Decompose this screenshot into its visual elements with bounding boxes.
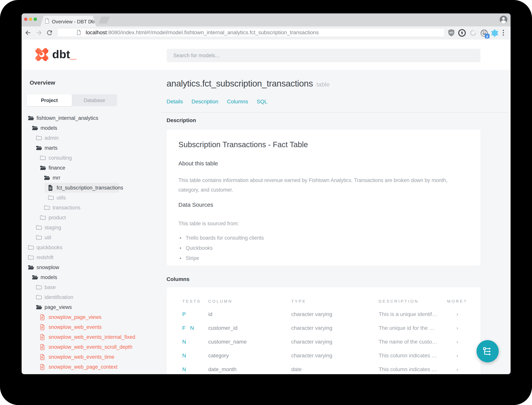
search-input[interactable] [167, 49, 480, 62]
url-text: localhost:8080/index.html#!/model/model.… [86, 28, 319, 37]
tree-item-snowplow_web_page_context[interactable]: snowplow_web_page_context [22, 362, 156, 372]
tree-item-quickbooks[interactable]: quickbooks [22, 243, 156, 252]
tree-item-finance[interactable]: finance [22, 163, 156, 173]
tree-item-label: page_views [45, 302, 72, 312]
tree-item-snowplow_web_events_internal_fixed[interactable]: snowplow_web_events_internal_fixed [22, 332, 156, 342]
tree-item-snowplow_web_events_scroll_depth[interactable]: snowplow_web_events_scroll_depth [22, 342, 156, 352]
back-button[interactable] [24, 29, 32, 37]
profile-avatar-icon[interactable] [499, 15, 508, 25]
tree-item-fishtown_internal_analytics[interactable]: fishtown_internal_analytics [22, 113, 156, 123]
column-row-id: Pidcharacter varyingThis is a unique ide… [167, 307, 480, 321]
tree-item-label: product [49, 213, 66, 223]
tree-item-admin[interactable]: admin [22, 133, 156, 143]
folder-open-icon [44, 175, 50, 181]
expand-row-chevron-icon[interactable]: › [456, 349, 458, 363]
folder-closed-icon [36, 294, 42, 301]
snowflake-extension-icon[interactable] [490, 29, 499, 38]
folder-closed-icon [36, 135, 42, 142]
column-type: character varying [291, 307, 332, 321]
window-minimize-button[interactable] [29, 18, 32, 21]
sidebar-view-toggle: Project Database [27, 94, 117, 106]
column-row-customer_name: Ncustomer_namecharacter varyingThe name … [167, 335, 480, 349]
column-type: character varying [291, 321, 332, 335]
address-bar[interactable]: localhost:8080/index.html#!/model/model.… [57, 28, 445, 37]
folder-open-icon [32, 125, 38, 131]
tree-item-util[interactable]: util [22, 233, 156, 243]
tree-item-product[interactable]: product [22, 213, 156, 223]
swirl-extension-icon[interactable] [469, 29, 477, 38]
column-name: id [208, 307, 212, 321]
toggle-tab-database[interactable]: Database [72, 94, 117, 106]
folder-closed-icon [48, 195, 54, 201]
model-nav-link-sql[interactable]: SQL [257, 99, 267, 105]
tree-item-snowplow_web_events_time[interactable]: snowplow_web_events_time [22, 352, 156, 362]
expand-row-chevron-icon[interactable]: › [456, 363, 458, 374]
column-header-column: COLUMN [208, 299, 233, 304]
tree-item-label: fct_subscription_transactions [57, 183, 123, 193]
model-nav-link-description[interactable]: Description [192, 99, 218, 105]
column-header-type: TYPE [291, 299, 306, 304]
tree-item-base[interactable]: base [22, 282, 156, 292]
tree-item-label: quickbooks [37, 243, 62, 252]
tree-item-models[interactable]: models [22, 272, 156, 282]
tree-item-models[interactable]: models [22, 123, 156, 133]
sources-intro: This table is sourced from: [178, 219, 239, 228]
test-badges: N [182, 363, 188, 374]
tree-item-consulting[interactable]: consulting [22, 153, 156, 163]
browser-menu-icon[interactable] [502, 29, 505, 38]
close-tab-icon[interactable]: × [90, 17, 93, 25]
tree-item-page_views[interactable]: page_views [22, 302, 156, 312]
model-nav-link-columns[interactable]: Columns [227, 99, 248, 105]
description-card: Subscription Transactions - Fact Table A… [167, 130, 480, 266]
tree-item-mrr[interactable]: mrr [22, 173, 156, 183]
model-nav-link-details[interactable]: Details [167, 99, 183, 105]
tree-item-redshift[interactable]: redshift [22, 252, 156, 263]
new-tab-button[interactable] [99, 17, 110, 24]
model-file-error-icon [40, 354, 45, 361]
tree-item-staging[interactable]: staging [22, 223, 156, 233]
folder-closed-icon [28, 245, 34, 251]
ublock-extension-icon[interactable]: uO [447, 29, 455, 38]
column-header-more: MORE? [447, 299, 467, 304]
lineage-graph-fab[interactable] [477, 340, 499, 362]
test-badges: F N [182, 321, 196, 335]
tree-item-snowplow_web_events[interactable]: snowplow_web_events [22, 322, 156, 332]
dbt-logo-icon[interactable] [33, 46, 50, 64]
reload-button[interactable] [46, 29, 53, 37]
tree-item-label: marts [45, 143, 58, 153]
tree-item-snowplow[interactable]: snowplow [22, 263, 156, 272]
toggle-tab-project[interactable]: Project [27, 94, 72, 106]
tree-item-label: models [40, 272, 57, 282]
folder-open-icon [40, 165, 46, 171]
source-list-item: Trello boards for consulting clients [178, 233, 264, 243]
tree-item-utils[interactable]: utils [22, 193, 156, 203]
onepassword-extension-icon[interactable] [458, 29, 466, 38]
column-name: date_month [208, 363, 236, 374]
column-description: The unique id for the … [379, 321, 435, 335]
about-text: This table contains information about re… [178, 176, 458, 195]
power-extension-icon[interactable]: x [479, 29, 491, 40]
folder-closed-icon [44, 205, 50, 211]
column-name: customer_id [208, 321, 237, 335]
window-zoom-button[interactable] [34, 18, 37, 21]
folder-open-icon [36, 304, 42, 311]
browser-tab[interactable]: Overview - DBT Docs × [40, 16, 96, 27]
test-badges: N [182, 349, 188, 363]
tree-item-label: finance [49, 163, 65, 173]
folder-closed-icon [40, 155, 46, 161]
expand-row-chevron-icon[interactable]: › [456, 321, 458, 335]
forward-button[interactable] [35, 29, 43, 37]
tree-item-marts[interactable]: marts [22, 143, 156, 153]
folder-open-icon [28, 264, 34, 271]
expand-row-chevron-icon[interactable]: › [456, 335, 458, 349]
tree-item-snowplow_page_views[interactable]: snowplow_page_views [22, 312, 156, 322]
expand-row-chevron-icon[interactable]: › [456, 307, 458, 321]
column-description: This column indicates … [379, 363, 437, 374]
tree-item-identification[interactable]: identification [22, 292, 156, 302]
tree-item-fct_subscription_transactions[interactable]: fct_subscription_transactions [22, 183, 156, 193]
browser-window: Overview - DBT Docs × loca [22, 14, 511, 374]
column-type: character varying [291, 349, 332, 363]
page-title: analytics.fct_subscription_transactionst… [167, 78, 330, 89]
window-close-button[interactable] [24, 18, 27, 21]
tree-item-transactions[interactable]: transactions [22, 203, 156, 213]
